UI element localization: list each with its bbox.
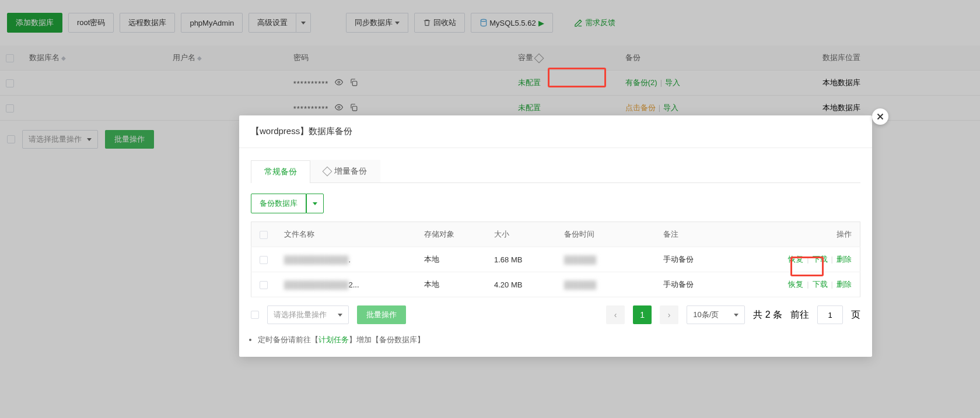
modal-batch-select[interactable]: 请选择批量操作 (267, 305, 349, 324)
backup-database-button[interactable]: 备份数据库 (251, 194, 306, 213)
chevron-down-icon (734, 314, 738, 317)
close-button[interactable] (872, 108, 888, 125)
modal-batch-run-button[interactable]: 批量操作 (357, 305, 406, 324)
backup-files-table: 文件名称 存储对象 大小 备份时间 备注 操作 ████████████. 本地… (251, 222, 860, 297)
storage-cell: 本地 (416, 272, 486, 297)
backup-database-dropdown[interactable] (306, 194, 324, 213)
tip-text: 定时备份请前往【计划任务】增加【备份数据库】 (258, 335, 860, 345)
diamond-icon (323, 167, 332, 177)
scheduled-tasks-link[interactable]: 计划任务 (318, 335, 349, 344)
table-row: ████████████. 本地 1.68 MB ██████ 手动备份 恢复|… (251, 247, 860, 272)
restore-link[interactable]: 恢复 (788, 280, 803, 289)
tabs: 常规备份 增量备份 (251, 160, 860, 183)
row-checkbox[interactable] (260, 281, 268, 289)
col-filename: 文件名称 (276, 222, 416, 247)
total-count-label: 共 2 条 (753, 309, 782, 321)
note-cell: 手动备份 (655, 272, 779, 297)
storage-cell: 本地 (416, 247, 486, 272)
col-note: 备注 (655, 222, 779, 247)
size-cell: 1.68 MB (486, 247, 556, 272)
col-storage: 存储对象 (416, 222, 486, 247)
tab-incremental-backup[interactable]: 增量备份 (310, 160, 380, 182)
delete-link[interactable]: 删除 (836, 280, 852, 289)
size-cell: 4.20 MB (486, 272, 556, 297)
prev-page-button[interactable]: ‹ (606, 305, 625, 324)
per-page-select[interactable]: 10条/页 (687, 305, 745, 324)
col-size: 大小 (486, 222, 556, 247)
col-time: 备份时间 (556, 222, 655, 247)
modal-title: 【wordpress】数据库备份 (239, 115, 872, 148)
download-link[interactable]: 下载 (813, 255, 828, 264)
chevron-down-icon (313, 202, 317, 205)
select-all-checkbox[interactable] (260, 231, 268, 239)
note-cell: 手动备份 (655, 247, 779, 272)
close-icon (875, 111, 886, 122)
goto-page-input[interactable] (817, 305, 843, 324)
col-op: 操作 (779, 222, 860, 247)
batch-select-all-checkbox[interactable] (251, 311, 259, 319)
filename-cell: ████████████ (284, 255, 349, 264)
backup-modal: 【wordpress】数据库备份 常规备份 增量备份 备份数据库 文件名称 存储… (239, 115, 872, 357)
tab-regular-backup[interactable]: 常规备份 (251, 160, 310, 183)
goto-suffix-label: 页 (851, 309, 860, 321)
page-1-button[interactable]: 1 (633, 305, 652, 324)
chevron-down-icon (338, 314, 342, 317)
download-link[interactable]: 下载 (813, 280, 828, 289)
row-checkbox[interactable] (260, 256, 268, 264)
filename-cell: ████████████ (284, 280, 349, 289)
delete-link[interactable]: 删除 (836, 255, 852, 264)
time-cell: ██████ (564, 280, 596, 289)
table-row: ████████████2... 本地 4.20 MB ██████ 手动备份 … (251, 272, 860, 297)
goto-label: 前往 (790, 309, 809, 321)
next-page-button[interactable]: › (660, 305, 678, 324)
time-cell: ██████ (564, 255, 596, 264)
restore-link[interactable]: 恢复 (788, 255, 803, 264)
